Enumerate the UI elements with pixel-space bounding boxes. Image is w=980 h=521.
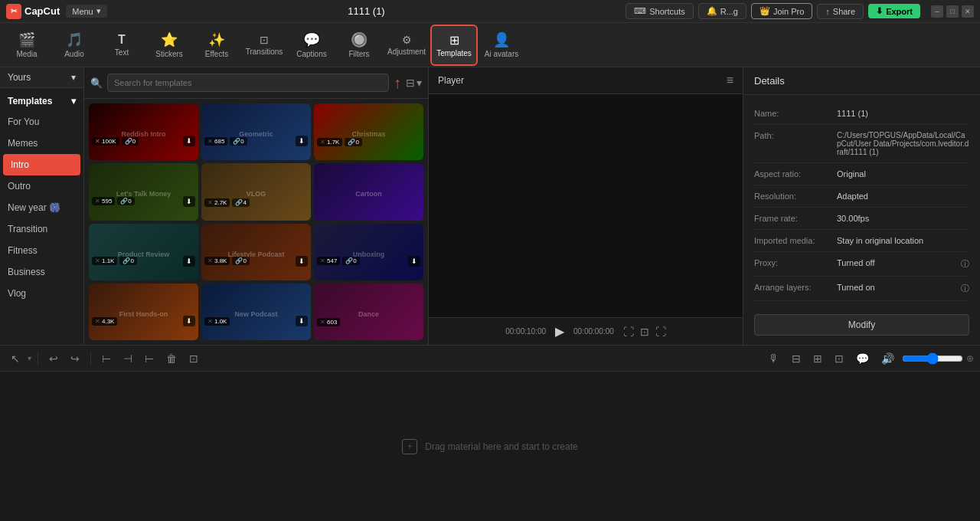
template-card-cartoon[interactable]: CartoonCartoon C...on Intro (314, 163, 423, 220)
download-btn-first[interactable]: ⬇ (183, 316, 195, 326)
menu-button[interactable]: Menu ▾ (66, 5, 107, 18)
tool-captions[interactable]: 💬 Captions (288, 25, 335, 66)
join-pro-label: Join Pro (773, 7, 804, 16)
filter-button[interactable]: ⊟ ▾ (406, 77, 422, 89)
info-icon-proxy[interactable]: ⓘ (961, 258, 969, 270)
template-card-first[interactable]: First Hands-on✕4.3K⬇ (89, 283, 198, 340)
nav-item-fitness[interactable]: Fitness (0, 240, 83, 261)
info-icon-arrange_layers[interactable]: ⓘ (961, 283, 969, 294)
tool-ai-avatars[interactable]: 👤 Ai avatars (478, 25, 525, 66)
templates-nav-header[interactable]: Templates ▾ (0, 91, 83, 111)
download-btn-unboxing[interactable]: ⬇ (408, 256, 420, 267)
shortcuts-button[interactable]: ⌨ Shortcuts (626, 3, 693, 19)
download-btn-podcast[interactable]: ⬇ (296, 316, 308, 326)
tool-templates[interactable]: ⊞ Templates (430, 25, 478, 66)
template-card-reddish[interactable]: Reddish Intro✕100K🔗0⬇Reddish-black Intro (89, 103, 198, 160)
template-card-vlog_int[interactable]: VLOG✕2.7K🔗4VLOG INT...In A Day (201, 163, 311, 220)
tool-stickers[interactable]: ⭐ Stickers (145, 25, 193, 66)
template-stats-lifestyle: ✕3.8K🔗0⬇ (201, 254, 311, 268)
trim-left-button[interactable]: ⊣ (119, 350, 137, 367)
tool-audio-label: Audio (64, 50, 84, 58)
caption-track-button[interactable]: 💬 (851, 350, 874, 367)
detail-value-frame_rate: 30.00fps (837, 214, 869, 223)
nav-item-vlog[interactable]: Vlog (0, 283, 83, 304)
nav-item-for-you[interactable]: For You (0, 111, 83, 133)
effects-icon: ✨ (208, 31, 225, 48)
minimize-button[interactable]: ─ (931, 5, 943, 18)
template-card-podcast[interactable]: New Podcast✕1.0K⬇ (201, 283, 311, 340)
aspect-ratio-icon[interactable]: ⊡ (640, 326, 649, 338)
audio-icon: 🎵 (66, 31, 83, 48)
player-options-button[interactable]: ≡ (727, 74, 733, 87)
template-thumb-first: First Hands-on (89, 283, 198, 340)
export-label: Export (886, 7, 913, 16)
close-button[interactable]: ✕ (962, 5, 974, 18)
nav-item-new-year[interactable]: New year 🎆 (0, 197, 83, 218)
drag-hint-icon: + (402, 439, 417, 454)
audio-track-button[interactable]: 🎙 (764, 350, 784, 367)
nav-item-transition[interactable]: Transition (0, 218, 83, 240)
download-btn-lifestyle[interactable]: ⬇ (296, 256, 308, 267)
export-button[interactable]: ⬇ Export (868, 4, 920, 18)
copy-paste-button[interactable]: ⊡ (830, 350, 848, 367)
tool-adjustment-label: Adjustment (387, 48, 426, 56)
expand-icon[interactable]: ⛶ (655, 326, 666, 338)
template-thumb-product: Product Review (89, 224, 198, 280)
left-panel: Yours ▾ Templates ▾ For You Memes Intro … (0, 67, 84, 345)
tool-filters[interactable]: 🔘 Filters (335, 25, 383, 66)
grid-button[interactable]: ⊞ (808, 350, 827, 367)
nav-item-memes[interactable]: Memes (0, 133, 83, 154)
ring-button[interactable]: 🔔 R...g (698, 3, 746, 19)
search-input[interactable] (107, 74, 389, 92)
template-card-dance[interactable]: Dance✕603 (314, 283, 423, 340)
download-btn-product[interactable]: ⬇ (183, 256, 195, 267)
detail-label-name: Name: (754, 109, 831, 118)
download-btn-reddish[interactable]: ⬇ (183, 136, 195, 146)
trim-right-button[interactable]: ⊢ (140, 350, 158, 367)
template-card-product[interactable]: Product Review✕1.1K🔗0⬇Gradient ...iew In… (89, 224, 198, 280)
fullscreen-icon[interactable]: ⛶ (623, 326, 634, 338)
cursor-tool-button[interactable]: ↖ (6, 350, 24, 367)
templates-nav-chevron-icon: ▾ (71, 96, 76, 106)
tool-audio[interactable]: 🎵 Audio (51, 25, 98, 66)
tool-adjustment[interactable]: ⚙ Adjustment (383, 25, 430, 66)
modify-button[interactable]: Modify (754, 314, 969, 336)
share-button[interactable]: ↑ Share (817, 4, 864, 19)
template-stats-geometric: ✕685🔗0⬇ (201, 134, 311, 148)
zoom-slider[interactable] (902, 352, 963, 365)
split-button[interactable]: ⊢ (97, 350, 116, 367)
template-card-christmas[interactable]: Christmas✕1.7K🔗0Christmas ...le Effects (314, 103, 423, 160)
join-pro-button[interactable]: 👑 Join Pro (751, 3, 812, 19)
yours-dropdown[interactable]: Yours ▾ (0, 67, 83, 88)
templates-nav-label: Templates (8, 96, 52, 106)
redo-button[interactable]: ↪ (66, 350, 84, 367)
group-button[interactable]: ⊡ (185, 350, 203, 367)
maximize-button[interactable]: □ (946, 5, 959, 18)
search-icon: 🔍 (90, 77, 103, 89)
nav-item-intro[interactable]: Intro (3, 154, 80, 175)
tool-transitions[interactable]: ⊡ Transitions (240, 25, 288, 66)
detail-value-resolution: Adapted (837, 192, 868, 201)
download-btn-geometric[interactable]: ⬇ (296, 136, 308, 146)
timeline-toolbar: ↖ ▾ ↩ ↪ ⊢ ⊣ ⊢ 🗑 ⊡ 🎙 ⊟ ⊞ ⊡ 💬 🔊 ⊕ (0, 346, 980, 372)
tool-media[interactable]: 🎬 Media (3, 25, 51, 66)
detail-row-frame_rate: Frame rate:30.00fps (754, 208, 969, 230)
detail-row-imported_media: Imported media:Stay in original location (754, 230, 969, 252)
tool-effects[interactable]: ✨ Effects (193, 25, 240, 66)
play-button[interactable]: ▶ (555, 324, 564, 339)
template-card-lifestyle[interactable]: Lifestyle Podcast✕3.8K🔗0⬇Lifestyle ...ca… (201, 224, 311, 280)
stat-views-lifestyle: ✕3.8K (204, 257, 230, 265)
undo-button[interactable]: ↩ (44, 350, 63, 367)
download-btn-minimalist[interactable]: ⬇ (183, 196, 195, 207)
stat-clips-unboxing: 🔗0 (342, 257, 359, 265)
volume-button[interactable]: 🔊 (877, 350, 899, 367)
stat-views-product: ✕1.1K (92, 257, 117, 265)
nav-item-business[interactable]: Business (0, 261, 83, 283)
delete-button[interactable]: 🗑 (162, 350, 181, 367)
template-card-unboxing[interactable]: Unboxing✕547🔗0⬇Gradient ...nel Intro (314, 224, 423, 280)
template-card-geometric[interactable]: Geometric✕685🔗0⬇Geometri...Template (201, 103, 311, 160)
template-card-minimalist[interactable]: Let's Talk Money✕595🔗0⬇Minimalis...ews I… (89, 163, 198, 220)
nav-item-outro[interactable]: Outro (0, 175, 83, 197)
magnet-button[interactable]: ⊟ (787, 350, 805, 367)
tool-text[interactable]: T Text (98, 25, 145, 66)
